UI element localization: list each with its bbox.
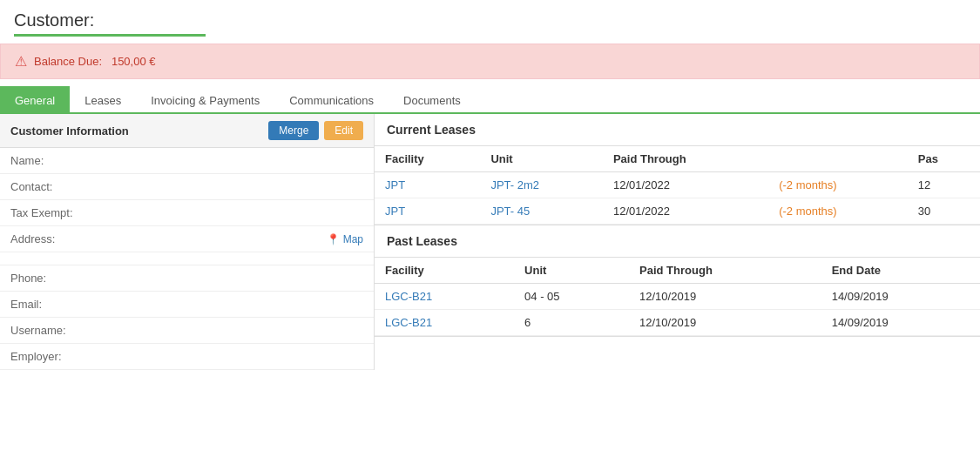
col-paid-through: Paid Through: [603, 146, 768, 172]
balance-due-label: Balance Due:: [34, 55, 102, 68]
alert-bar: ⚠ Balance Due: 150,00 €: [0, 44, 980, 79]
lease-0-status: (-2 months): [768, 172, 908, 198]
field-name: Name:: [0, 148, 374, 174]
past-leases-title: Past Leases: [375, 225, 980, 258]
field-contact: Contact:: [0, 174, 374, 200]
lease-1-status: (-2 months): [768, 198, 908, 225]
merge-button[interactable]: Merge: [268, 121, 319, 140]
past-leases-section: Past Leases Facility Unit Paid Through E…: [375, 225, 980, 337]
lease-0-paid-through: 12/01/2022: [603, 172, 768, 198]
field-email-value: [96, 292, 374, 318]
current-lease-row-0: JPT JPT- 2m2 12/01/2022 (-2 months) 12: [375, 172, 980, 198]
tab-leases[interactable]: Leases: [70, 86, 136, 114]
past-lease-1-facility: LGC-B21: [375, 310, 514, 336]
header-btn-group: Merge Edit: [268, 121, 363, 140]
past-leases-header-row: Facility Unit Paid Through End Date: [375, 258, 980, 284]
row-spacer: [0, 252, 374, 265]
current-leases-title: Current Leases: [375, 114, 980, 146]
current-leases-table: Facility Unit Paid Through Pas JPT JPT- …: [375, 146, 980, 225]
balance-due-amount: 150,00 €: [112, 55, 156, 68]
field-contact-label: Contact:: [0, 174, 96, 200]
field-address-value: 📍 Map: [96, 226, 374, 252]
map-pin-icon: 📍: [327, 233, 340, 245]
field-phone: Phone:: [0, 265, 374, 292]
past-col-facility: Facility: [375, 258, 514, 284]
warning-icon: ⚠: [15, 53, 27, 70]
tab-general[interactable]: General: [0, 86, 70, 114]
past-lease-0-end-date: 14/09/2019: [821, 284, 980, 310]
field-contact-value: [96, 174, 374, 200]
lease-1-facility: JPT: [375, 198, 480, 225]
field-phone-label: Phone:: [0, 265, 96, 292]
past-lease-1-unit: 6: [514, 310, 629, 336]
past-lease-1-end-date: 14/09/2019: [821, 310, 980, 336]
main-content: Customer Information Merge Edit Name: Co…: [0, 114, 980, 370]
field-name-label: Name:: [0, 148, 96, 174]
field-email-label: Email:: [0, 292, 96, 318]
current-leases-header-row: Facility Unit Paid Through Pas: [375, 146, 980, 172]
edit-button[interactable]: Edit: [324, 121, 363, 140]
map-link[interactable]: Map: [343, 233, 363, 245]
header-underline: [14, 34, 206, 37]
field-tax-exempt: Tax Exempt:: [0, 200, 374, 226]
field-address-label: Address:: [0, 226, 96, 252]
col-unit: Unit: [480, 146, 603, 172]
past-lease-1-paid-through: 12/10/2019: [629, 310, 821, 336]
tab-invoicing[interactable]: Invoicing & Payments: [136, 86, 274, 114]
customer-info-header: Customer Information Merge Edit: [0, 114, 374, 148]
col-status: [768, 146, 908, 172]
col-facility: Facility: [375, 146, 480, 172]
past-lease-0-paid-through: 12/10/2019: [629, 284, 821, 310]
past-lease-0-unit: 04 - 05: [514, 284, 629, 310]
lease-0-extra: 12: [908, 172, 980, 198]
field-employer-label: Employer:: [0, 344, 96, 370]
lease-0-facility: JPT: [375, 172, 480, 198]
alert-text: Balance Due: 150,00 €: [34, 55, 156, 68]
col-pas: Pas: [908, 146, 980, 172]
field-phone-value: [96, 265, 374, 292]
past-lease-row-1: LGC-B21 6 12/10/2019 14/09/2019: [375, 310, 980, 336]
tab-documents[interactable]: Documents: [389, 86, 476, 114]
header: Customer:: [0, 0, 980, 37]
past-col-end-date: End Date: [821, 258, 980, 284]
field-employer-value: [96, 344, 374, 370]
page-title: Customer:: [14, 10, 966, 30]
customer-info-title: Customer Information: [10, 124, 129, 138]
current-leases-section: Current Leases Facility Unit Paid Throug…: [375, 114, 980, 225]
past-col-paid-through: Paid Through: [629, 258, 821, 284]
field-username-value: [96, 318, 374, 344]
field-username-label: Username:: [0, 318, 96, 344]
current-lease-row-1: JPT JPT- 45 12/01/2022 (-2 months) 30: [375, 198, 980, 225]
field-tax-exempt-label: Tax Exempt:: [0, 200, 96, 226]
past-lease-row-0: LGC-B21 04 - 05 12/10/2019 14/09/2019: [375, 284, 980, 310]
left-panel: Customer Information Merge Edit Name: Co…: [0, 114, 375, 370]
field-name-value: [96, 148, 374, 174]
field-username: Username:: [0, 318, 374, 344]
lease-1-paid-through: 12/01/2022: [603, 198, 768, 225]
tabs-bar: General Leases Invoicing & Payments Comm…: [0, 86, 980, 114]
field-address: Address: 📍 Map: [0, 226, 374, 252]
lease-0-unit: JPT- 2m2: [480, 172, 603, 198]
past-leases-table: Facility Unit Paid Through End Date LGC-…: [375, 258, 980, 336]
field-tax-exempt-value: [96, 200, 374, 226]
info-table: Name: Contact: Tax Exempt: Address:: [0, 148, 374, 370]
lease-1-unit: JPT- 45: [480, 198, 603, 225]
right-panel: Current Leases Facility Unit Paid Throug…: [375, 114, 980, 370]
field-email: Email:: [0, 292, 374, 318]
past-lease-0-facility: LGC-B21: [375, 284, 514, 310]
field-employer: Employer:: [0, 344, 374, 370]
lease-1-extra: 30: [908, 198, 980, 225]
past-col-unit: Unit: [514, 258, 629, 284]
tab-communications[interactable]: Communications: [274, 86, 389, 114]
page-wrapper: Customer: ⚠ Balance Due: 150,00 € Genera…: [0, 0, 980, 450]
